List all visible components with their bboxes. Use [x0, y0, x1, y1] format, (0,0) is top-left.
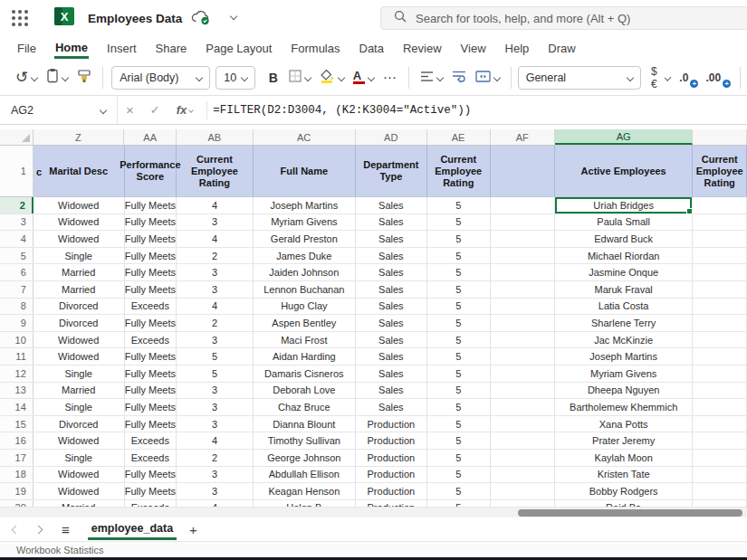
- fill-color-button[interactable]: [315, 65, 349, 90]
- column-header-af[interactable]: AF: [491, 129, 555, 145]
- column-header-partial[interactable]: [693, 129, 747, 145]
- increase-decimal-button[interactable]: .0+: [675, 65, 701, 90]
- grid-cell[interactable]: Sales: [356, 332, 427, 348]
- grid-cell[interactable]: [491, 383, 555, 399]
- grid-cell[interactable]: [491, 450, 555, 466]
- grid-cell[interactable]: Jasmine Onque: [555, 264, 694, 280]
- grid-cell[interactable]: Bobby Rodgers: [555, 483, 694, 499]
- borders-button[interactable]: [284, 65, 315, 90]
- row-header-6[interactable]: 6: [0, 264, 34, 280]
- grid-cell[interactable]: Married: [34, 281, 125, 298]
- menu-tab-view[interactable]: View: [460, 39, 487, 58]
- grid-cell[interactable]: [693, 483, 747, 499]
- grid-cell[interactable]: Sales: [356, 231, 427, 247]
- grid-cell[interactable]: 5: [427, 399, 491, 415]
- grid-cell[interactable]: Fully Meets: [125, 348, 177, 365]
- grid-cell[interactable]: [693, 365, 747, 382]
- menu-tab-insert[interactable]: Insert: [106, 39, 138, 58]
- row-header-4[interactable]: 4: [0, 231, 34, 247]
- menu-tab-review[interactable]: Review: [402, 39, 443, 58]
- grid-cell[interactable]: 4: [177, 231, 253, 247]
- insert-function-button[interactable]: fx: [168, 103, 202, 117]
- grid-cell[interactable]: Sales: [356, 299, 427, 315]
- grid-cell[interactable]: Exceeds: [125, 432, 177, 449]
- grid-cell[interactable]: Myriam Givens: [555, 365, 694, 382]
- grid-cell[interactable]: Fully Meets: [125, 281, 177, 298]
- grid-cell[interactable]: [693, 432, 747, 449]
- document-menu-chevron-icon[interactable]: [230, 13, 237, 20]
- grid-cell[interactable]: 5: [427, 332, 491, 348]
- menu-tab-page-layout[interactable]: Page Layout: [205, 39, 273, 58]
- grid-cell[interactable]: Fully Meets: [125, 383, 177, 399]
- add-sheet-button[interactable]: +: [189, 522, 197, 537]
- confirm-entry-icon[interactable]: ✓: [142, 103, 168, 117]
- grid-cell[interactable]: Dianna Blount: [254, 416, 356, 432]
- grid-cell[interactable]: Lennon Buchanan: [254, 281, 356, 298]
- grid-cell[interactable]: [693, 315, 747, 331]
- horizontal-scrollbar[interactable]: [0, 507, 747, 517]
- grid-cell[interactable]: Widowed: [34, 348, 125, 365]
- grid-cell[interactable]: Production: [356, 467, 427, 483]
- grid-cell[interactable]: Jaiden Johnson: [254, 264, 356, 280]
- grid-cell[interactable]: 5: [427, 315, 491, 331]
- row-header-19[interactable]: 19: [0, 483, 34, 499]
- row-header-14[interactable]: 14: [0, 399, 34, 415]
- grid-cell[interactable]: Production: [356, 432, 427, 449]
- grid-cell[interactable]: Aidan Harding: [254, 348, 356, 365]
- bold-button[interactable]: B: [263, 65, 284, 90]
- row-header-13[interactable]: 13: [0, 383, 34, 399]
- row-header-1[interactable]: 1: [0, 146, 34, 196]
- header-cell-partial[interactable]: Current Employee Rating: [693, 146, 747, 196]
- grid-cell[interactable]: Single: [34, 365, 125, 382]
- grid-cell[interactable]: Single: [34, 399, 125, 415]
- formula-input[interactable]: =FILTER(D2:D3004, (K2:K3004="Active")): [213, 104, 471, 117]
- all-sheets-menu-icon[interactable]: ≡: [62, 523, 70, 536]
- grid-cell[interactable]: [693, 450, 747, 466]
- grid-cell[interactable]: 3: [177, 416, 253, 432]
- grid-cell[interactable]: Widowed: [34, 467, 125, 483]
- grid-cell[interactable]: 4: [177, 432, 253, 449]
- grid-cell[interactable]: Chaz Bruce: [254, 399, 356, 415]
- grid-cell[interactable]: Exceeds: [125, 299, 177, 315]
- column-header-aa[interactable]: AA: [124, 129, 177, 145]
- grid-cell[interactable]: Sales: [356, 315, 427, 331]
- grid-cell[interactable]: Exceeds: [125, 332, 177, 348]
- search-input[interactable]: Search for tools, help, and more (Alt + …: [380, 6, 747, 30]
- selected-cell-ag2[interactable]: Uriah Bridges: [555, 197, 694, 214]
- font-name-select[interactable]: Arial (Body): [111, 66, 210, 90]
- header-cell-aa[interactable]: Performance Score: [125, 146, 177, 196]
- grid-cell[interactable]: [491, 299, 555, 315]
- grid-cell[interactable]: 3: [177, 399, 253, 415]
- grid-cell[interactable]: [491, 348, 555, 365]
- grid-cell[interactable]: Dheepa Nguyen: [555, 383, 694, 399]
- grid-cell[interactable]: Timothy Sullivan: [254, 432, 356, 449]
- grid-cell[interactable]: Widowed: [34, 214, 125, 231]
- menu-tab-share[interactable]: Share: [155, 39, 188, 58]
- grid-cell[interactable]: George Johnson: [254, 450, 356, 466]
- grid-cell[interactable]: [491, 264, 555, 280]
- app-launcher-waffle-icon[interactable]: [12, 10, 28, 26]
- column-header-ab[interactable]: AB: [177, 129, 254, 145]
- grid-cell[interactable]: [491, 365, 555, 382]
- grid-cell[interactable]: Sales: [356, 214, 427, 231]
- font-color-button[interactable]: A: [349, 65, 378, 90]
- more-font-options-button[interactable]: ⋯: [378, 65, 402, 90]
- grid-cell[interactable]: Sales: [356, 264, 427, 280]
- grid-cell[interactable]: 5: [427, 248, 491, 264]
- grid-cell[interactable]: 2: [177, 248, 253, 264]
- grid-cell[interactable]: 5: [427, 299, 491, 315]
- grid-cell[interactable]: Maruk Fraval: [555, 281, 694, 298]
- grid-cell[interactable]: Jac McKinzie: [555, 332, 694, 348]
- grid-cell[interactable]: Married: [34, 383, 125, 399]
- grid-cell[interactable]: 5: [427, 214, 491, 231]
- grid-cell[interactable]: Gerald Preston: [254, 231, 356, 247]
- menu-tab-formulas[interactable]: Formulas: [290, 39, 340, 58]
- menu-tab-draw[interactable]: Draw: [547, 39, 576, 58]
- menu-tab-help[interactable]: Help: [504, 39, 531, 58]
- grid-cell[interactable]: 5: [427, 450, 491, 466]
- number-format-select[interactable]: General: [518, 66, 641, 90]
- grid-cell[interactable]: Fully Meets: [125, 248, 177, 264]
- grid-cell[interactable]: [491, 332, 555, 348]
- grid-cell[interactable]: Widowed: [34, 231, 125, 247]
- grid-cell[interactable]: Married: [34, 264, 125, 280]
